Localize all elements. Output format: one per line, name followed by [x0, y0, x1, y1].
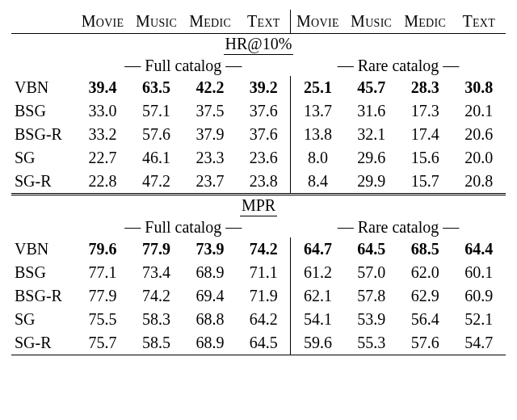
table-row: SG-R 22.8 47.2 23.7 23.8 8.4 29.9 15.7 2… [11, 170, 506, 195]
col-music-1: Music [129, 10, 183, 34]
rare-catalog-label-2: — Rare catalog — [291, 217, 506, 237]
metric-row-mpr: MPR [11, 195, 506, 218]
full-catalog-label-1: — Full catalog — [76, 56, 291, 76]
table-row: BSG 33.0 57.1 37.5 37.6 13.7 31.6 17.3 2… [11, 99, 506, 123]
table-row: SG 22.7 46.1 23.3 23.6 8.0 29.6 15.6 20.… [11, 146, 506, 170]
table-row: VBN 39.4 63.5 42.2 39.2 25.1 45.7 28.3 3… [11, 76, 506, 99]
method-label: BSG-R [11, 123, 76, 146]
table-row: SG 75.5 58.3 68.8 64.2 54.1 53.9 56.4 52… [11, 308, 506, 331]
col-movie-1: Movie [76, 10, 130, 34]
method-label: SG-R [11, 170, 76, 195]
column-header-row: Movie Music Medic Text Movie Music Medic… [11, 10, 506, 34]
table-row: BSG-R 77.9 74.2 69.4 71.9 62.1 57.8 62.9… [11, 284, 506, 308]
catalog-row-hr: — Full catalog — — Rare catalog — [11, 56, 506, 76]
method-label: VBN [11, 237, 76, 261]
col-movie-2: Movie [291, 10, 345, 34]
metric-row-hr: HR@10% [11, 34, 506, 57]
method-label: BSG [11, 99, 76, 123]
method-label: SG [11, 146, 76, 170]
catalog-row-mpr: — Full catalog — — Rare catalog — [11, 217, 506, 237]
metric-label-hr: HR@10% [224, 35, 294, 55]
results-table: Movie Music Medic Text Movie Music Medic… [11, 10, 506, 355]
table-row: SG-R 75.7 58.5 68.9 64.5 59.6 55.3 57.6 … [11, 331, 506, 355]
table-row: BSG-R 33.2 57.6 37.9 37.6 13.8 32.1 17.4… [11, 123, 506, 146]
method-label: SG [11, 308, 76, 331]
method-label: BSG-R [11, 284, 76, 308]
method-label: BSG [11, 261, 76, 284]
metric-label-mpr: MPR [240, 196, 277, 216]
table-row: BSG 77.1 73.4 68.9 71.1 61.2 57.0 62.0 6… [11, 261, 506, 284]
col-medic-1: Medic [183, 10, 237, 34]
full-catalog-label-2: — Full catalog — [76, 217, 291, 237]
rare-catalog-label-1: — Rare catalog — [291, 56, 506, 76]
col-text-1: Text [237, 10, 291, 34]
col-text-2: Text [452, 10, 506, 34]
method-label: VBN [11, 76, 76, 99]
table-row: VBN 79.6 77.9 73.9 74.2 64.7 64.5 68.5 6… [11, 237, 506, 261]
col-medic-2: Medic [398, 10, 452, 34]
col-music-2: Music [344, 10, 398, 34]
method-label: SG-R [11, 331, 76, 355]
